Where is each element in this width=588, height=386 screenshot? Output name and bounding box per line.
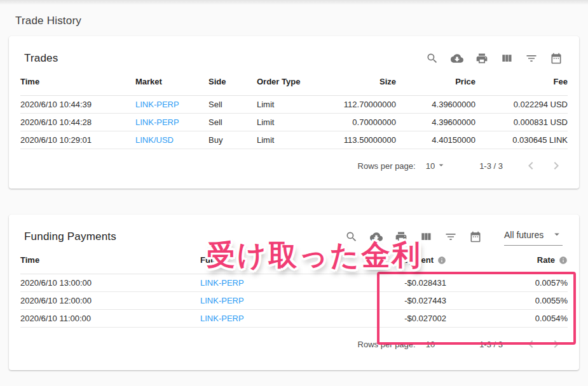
trades-header-row: Time Market Side Order Type Size Price F… [20,70,568,96]
rows-per-page-label: Rows per page: [358,161,416,171]
col-time: Time [20,249,200,274]
cell-payment: -$0.028431 [337,274,446,292]
cell-fee: 0.030645 LINK [475,131,568,149]
futures-filter-value: All futures [504,230,544,240]
table-row: 2020/6/10 10:29:01 LINK/USD Buy Limit 11… [20,131,568,149]
cell-time: 2020/6/10 10:44:28 [20,114,135,131]
cell-time: 2020/6/10 12:00:00 [20,292,200,310]
market-link[interactable]: LINK-PERP [135,100,179,109]
rows-per-page-value: 10 [426,161,435,171]
arrow-drop-down-icon [436,338,446,350]
payment-header-label: Payment [399,255,434,265]
col-side: Side [209,70,257,96]
search-icon[interactable] [345,230,358,243]
future-link[interactable]: LINK-PERP [200,278,244,288]
cell-rate: 0.0054% [446,310,568,328]
trades-toolbar [426,52,563,65]
chevron-left-icon[interactable] [523,336,538,352]
calendar-icon[interactable] [550,52,563,65]
rows-per-page-value: 10 [426,340,435,349]
funding-pagination: Rows per page: 10 1-3 / 3 [9,328,579,361]
print-icon[interactable] [395,230,407,243]
funding-card-title: Funding Payments [24,230,116,243]
rows-per-page-label: Rows per page: [358,340,416,349]
page-range: 1-3 / 3 [479,340,503,349]
trades-card-header: Trades [9,36,579,70]
search-icon[interactable] [426,52,439,65]
cell-order-type: Limit [257,96,314,114]
col-price: Price [396,70,475,96]
col-size: Size [314,70,396,96]
col-rate: Rate [446,249,568,274]
trades-table: Time Market Side Order Type Size Price F… [20,70,568,149]
cell-size: 113.50000000 [314,131,396,149]
funding-payments-card: Funding Payments All futures Time [9,215,579,370]
future-link[interactable]: LINK-PERP [200,314,244,323]
trades-card: Trades Time Market Side Order Type [9,36,579,189]
funding-toolbar: All futures [345,229,563,246]
calendar-icon[interactable] [469,230,482,243]
info-icon[interactable] [559,256,568,265]
view-columns-icon[interactable] [420,230,432,243]
cloud-download-icon[interactable] [370,230,383,243]
cell-price: 4.40150000 [396,131,475,149]
print-icon[interactable] [475,52,488,65]
cell-time: 2020/6/10 11:00:00 [20,310,200,328]
funding-table: Time Future Payment Rate [20,249,568,328]
cell-price: 4.39600000 [396,96,475,114]
cell-fee: 0.022294 USD [475,96,568,114]
chevron-left-icon[interactable] [523,158,538,173]
funding-header-row: Time Future Payment Rate [20,249,568,274]
table-row: 2020/6/10 13:00:00 LINK-PERP -$0.028431 … [20,274,568,292]
filter-icon[interactable] [444,230,457,243]
cell-time: 2020/6/10 13:00:00 [20,274,200,292]
future-link[interactable]: LINK-PERP [200,296,244,305]
table-row: 2020/6/10 10:44:28 LINK-PERP Sell Limit … [20,114,568,131]
cell-side: Buy [209,131,257,149]
cell-time: 2020/6/10 10:29:01 [20,131,135,149]
col-time: Time [20,70,135,96]
info-icon[interactable] [437,256,446,265]
col-market: Market [135,70,209,96]
cell-side: Sell [209,96,257,114]
cell-time: 2020/6/10 10:44:39 [20,96,135,114]
table-row: 2020/6/10 12:00:00 LINK-PERP -$0.027443 … [20,292,568,310]
filter-icon[interactable] [525,52,538,65]
cell-fee: 0.000831 USD [475,114,568,131]
cell-payment: -$0.027443 [337,292,446,310]
cell-order-type: Limit [257,114,314,131]
table-row: 2020/6/10 11:00:00 LINK-PERP -$0.027002 … [20,310,568,328]
cell-rate: 0.0055% [446,292,568,310]
table-row: 2020/6/10 10:44:39 LINK-PERP Sell Limit … [20,96,568,114]
cell-payment: -$0.027002 [337,310,446,328]
market-link[interactable]: LINK/USD [135,135,174,145]
col-order-type: Order Type [257,70,314,96]
cell-size: 0.70000000 [314,114,396,131]
trades-card-title: Trades [24,52,58,65]
rows-per-page-select[interactable]: 10 [426,160,446,172]
page-title: Trade History [15,15,81,27]
chevron-right-icon[interactable] [549,158,564,173]
col-payment: Payment [337,249,446,274]
col-future: Future [200,249,337,274]
trades-pagination: Rows per page: 10 1-3 / 3 [9,149,579,182]
arrow-drop-down-icon [551,229,563,242]
arrow-drop-down-icon [436,160,446,172]
cell-rate: 0.0057% [446,274,568,292]
view-columns-icon[interactable] [500,52,513,65]
page-range: 1-3 / 3 [479,161,503,171]
market-link[interactable]: LINK-PERP [135,117,179,127]
col-fee: Fee [475,70,568,96]
cell-side: Sell [209,114,257,131]
cell-price: 4.39600000 [396,114,475,131]
futures-filter-select[interactable]: All futures [504,229,563,246]
rows-per-page-select[interactable]: 10 [426,338,446,350]
cloud-download-icon[interactable] [451,52,463,65]
rate-header-label: Rate [537,255,555,265]
cell-order-type: Limit [257,131,314,149]
cell-size: 112.70000000 [314,96,396,114]
funding-card-header: Funding Payments All futures [9,215,579,249]
chevron-right-icon[interactable] [549,336,564,352]
